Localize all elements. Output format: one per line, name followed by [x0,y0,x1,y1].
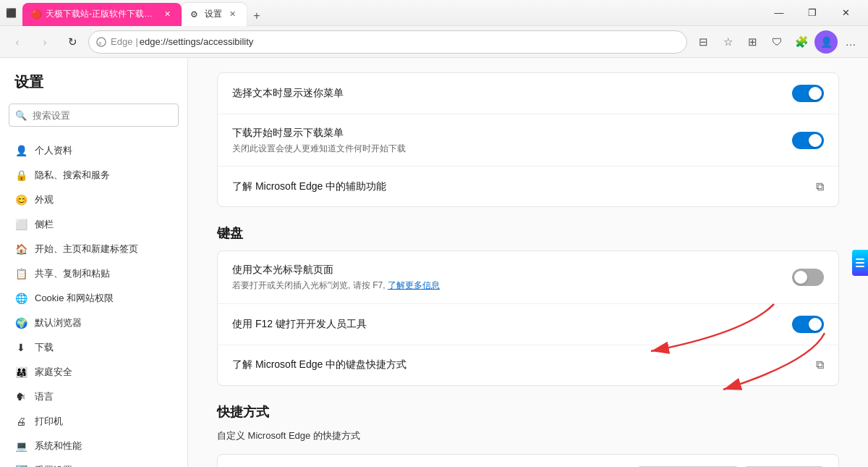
sidebar-label-cookie: Cookie 和网站权限 [35,292,114,305]
learn-keyboard-label: 了解 Microsoft Edge 中的键盘快捷方式 [232,358,816,372]
address-bar: ‹ › ↻ e Edge | edge://settings/accessibi… [0,26,868,58]
sidebar-title: 设置 [0,72,187,104]
privacy-nav-icon: 🔒 [14,169,27,182]
sidebar-item-sidebar[interactable]: ⬜ 侧栏 [0,212,187,237]
sidebar-item-start[interactable]: 🏠 开始、主页和新建标签页 [0,237,187,261]
sidebar-label-start: 开始、主页和新建标签页 [35,243,138,256]
cookie-nav-icon: 🌐 [14,292,27,305]
learn-accessibility-row[interactable]: 了解 Microsoft Edge 中的辅助功能 ⧉ [218,166,838,206]
external-link-icon-2[interactable]: ⧉ [816,358,824,371]
sidebar-item-privacy[interactable]: 🔒 隐私、搜索和服务 [0,163,187,188]
show-mini-menu-row: 选择文本时显示迷你菜单 [218,73,838,114]
search-input[interactable] [9,104,179,127]
sidebar-item-language[interactable]: 🗣 语言 [0,384,187,409]
learn-keyboard-row[interactable]: 了解 Microsoft Edge 中的键盘快捷方式 ⧉ [218,345,838,385]
sidebar-item-reset[interactable]: 🔄 重置设置 [0,458,187,467]
external-link-icon[interactable]: ⧉ [816,180,824,193]
search-icon: 🔍 [15,110,27,121]
sidebar-label-share: 共享、复制和粘贴 [35,267,110,280]
sidebar-label-printer: 打印机 [35,415,63,428]
sidebar-label-family: 家庭安全 [35,366,72,379]
tab-1[interactable]: 🔴 天极下载站-正版软件下载平台-... ✕ [22,3,182,26]
settings-content: 选择文本时显示迷你菜单 下载开始时显示下载菜单 关闭此设置会使人更难知道文件何时… [188,58,868,467]
show-mini-menu-label: 选择文本时显示迷你菜单 [232,86,792,101]
sidebar-item-profile[interactable]: 👤 个人资料 [0,138,187,163]
tab-bar: 🔴 天极下载站-正版软件下载平台-... ✕ ⚙ 设置 ✕ + [22,0,762,26]
printer-nav-icon: 🖨 [14,415,27,428]
show-mini-menu-toggle[interactable] [792,85,824,102]
svg-text:e: e [99,40,102,45]
forward-button[interactable]: › [33,30,56,54]
settings-more-icon[interactable]: … [839,30,862,54]
sidebar-item-default[interactable]: 🌍 默认浏览器 [0,311,187,335]
refresh-button[interactable]: ↻ [61,30,84,54]
address-url[interactable]: edge://settings/accessibility [140,36,254,47]
tab-1-close[interactable]: ✕ [161,9,173,20]
toggle-knob-4 [809,318,822,331]
profile-button[interactable]: 👤 [814,30,838,54]
download-nav-icon: ⬇ [14,341,27,354]
language-nav-icon: 🗣 [14,390,27,403]
sidebar-item-system[interactable]: 💻 系统和性能 [0,434,187,458]
reset-nav-icon: 🔄 [14,464,27,467]
share-nav-icon: 📋 [14,267,27,280]
address-prefix: Edge [111,36,132,47]
close-button[interactable]: ✕ [829,0,862,26]
new-tab-button[interactable]: + [247,6,267,26]
toggle-knob-2 [809,134,822,147]
browser-essentials-icon[interactable]: 🛡 [765,30,788,54]
sidebar-label-sidebar: 侧栏 [35,218,54,231]
tab-1-title: 天极下载站-正版软件下载平台-... [46,8,157,20]
sidebar-item-family[interactable]: 👨‍👩‍👧 家庭安全 [0,360,187,384]
sidebar-item-appearance[interactable]: 😊 外观 [0,188,187,212]
main-area: 设置 🔍 👤 个人资料 🔒 隐私、搜索和服务 😊 外观 ⬜ 侧栏 [0,58,868,467]
collections-icon[interactable]: ⊞ [741,30,764,54]
tab-2-title: 设置 [205,8,222,20]
address-wrapper: e Edge | edge://settings/accessibility [88,30,687,54]
tab-2[interactable]: ⚙ 设置 ✕ [182,3,247,26]
f12-devtools-row: 使用 F12 键打开开发人员工具 [218,303,838,345]
f12-devtools-toggle[interactable] [792,316,824,333]
profile-nav-icon: 👤 [14,144,27,157]
sidebar-label-language: 语言 [35,390,54,403]
settings-sidebar: 设置 🔍 👤 个人资料 🔒 隐私、搜索和服务 😊 外观 ⬜ 侧栏 [0,58,188,467]
search-box: 🔍 [9,104,179,127]
address-separator: | [135,36,137,47]
toolbar-icons: ⊟ ☆ ⊞ 🛡 🧩 👤 … [692,30,862,54]
show-download-bar-toggle[interactable] [792,132,824,149]
minimize-button[interactable]: — [762,0,796,26]
edge-sidebar-button[interactable] [852,250,868,276]
sidebar-item-download[interactable]: ⬇ 下载 [0,335,187,360]
tab-2-close[interactable]: ✕ [226,9,238,20]
caret-nav-link[interactable]: 了解更多信息 [388,280,440,290]
toggle-knob-3 [794,271,807,284]
back-button[interactable]: ‹ [6,30,29,54]
caret-nav-toggle[interactable] [792,269,824,286]
shortcuts-heading: 快捷方式 [217,403,839,421]
shortcuts-desc: 自定义 Microsoft Edge 的快捷方式 [217,429,839,442]
browser-frame: ⬛ 🔴 天极下载站-正版软件下载平台-... ✕ ⚙ 设置 ✕ + — ❐ ✕ [0,0,868,467]
shortcuts-card: 拆分窗口的快捷方式 Alt + Shift + S 在 Edge 中 ▾ [217,454,839,467]
sidebar-label-privacy: 隐私、搜索和服务 [35,169,110,182]
split-screen-icon[interactable]: ⊟ [692,30,715,54]
family-nav-icon: 👨‍👩‍👧 [14,366,27,379]
sidebar-item-printer[interactable]: 🖨 打印机 [0,409,187,434]
tab-2-favicon: ⚙ [190,9,200,20]
maximize-button[interactable]: ❐ [796,0,829,26]
split-window-row: 拆分窗口的快捷方式 Alt + Shift + S 在 Edge 中 ▾ [218,455,838,467]
caret-nav-row: 使用文本光标导航页面 若要打开或关闭插入光标"浏览, 请按 F7, 了解更多信息 [218,251,838,303]
sidebar-label-download: 下载 [35,341,54,354]
sidebar-item-share[interactable]: 📋 共享、复制和粘贴 [0,261,187,286]
address-favicon: e [95,36,107,48]
tab-1-favicon: 🔴 [31,9,41,20]
favorites-icon[interactable]: ☆ [716,30,739,54]
extensions-icon[interactable]: 🧩 [790,30,813,54]
window-controls: — ❐ ✕ [762,0,862,26]
sidebar-item-cookie[interactable]: 🌐 Cookie 和网站权限 [0,286,187,311]
system-nav-icon: 💻 [14,439,27,453]
caret-nav-label: 使用文本光标导航页面 [232,263,792,277]
caret-nav-desc: 若要打开或关闭插入光标"浏览, 请按 F7, 了解更多信息 [232,279,792,292]
default-nav-icon: 🌍 [14,316,27,329]
f12-devtools-label: 使用 F12 键打开开发人员工具 [232,317,792,332]
sidebar-label-reset: 重置设置 [35,464,72,467]
